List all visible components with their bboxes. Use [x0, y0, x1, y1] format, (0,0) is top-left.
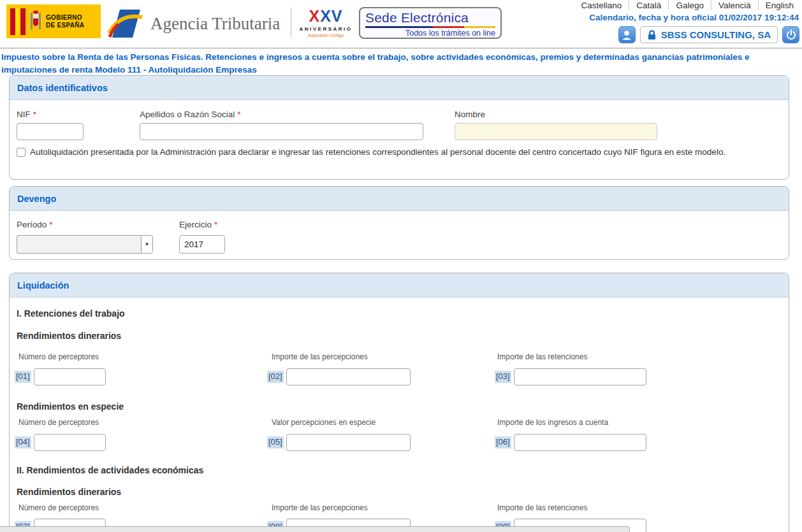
field-input-01[interactable]: [34, 368, 106, 385]
field-label-07: Número de perceptores: [18, 503, 99, 512]
chevron-down-icon[interactable]: ▼: [141, 235, 153, 254]
required-mark: *: [49, 220, 52, 229]
section-datos-identificativos: Datos identificativos NIF* Apellidos o R…: [9, 75, 789, 180]
field-input-06[interactable]: [514, 434, 646, 451]
admin-declaration-row: Autoliquidación presentada por la Admini…: [17, 146, 780, 159]
field-input-04[interactable]: [34, 434, 106, 451]
field-label-06: Importe de los ingresos a cuenta: [497, 418, 608, 427]
block2-label-row: Número de perceptores Valor percepciones…: [10, 418, 789, 428]
lang-galego[interactable]: Galego: [668, 1, 711, 10]
periodo-select[interactable]: ▼: [17, 235, 153, 254]
field-label-05: Valor percepciones en especie: [272, 418, 375, 427]
session-user-name: SBSS CONSULTING, SA: [661, 29, 771, 40]
nombre-label: Nombre: [455, 110, 485, 119]
header: GOBIERNO DE ESPAÑA Agencia Tributaria XX…: [0, 0, 802, 48]
ejercicio-input[interactable]: [179, 235, 225, 254]
agencia-tributaria-logo: Agencia Tributaria: [107, 8, 280, 40]
spain-flag-icon: [10, 8, 26, 35]
power-icon: [785, 29, 798, 41]
lang-castellano[interactable]: Castellano: [574, 1, 629, 10]
field-code-05: [05]: [267, 436, 284, 449]
field-label-08: Importe de las percepciones: [272, 503, 368, 512]
sede-electronica-badge[interactable]: Sede Electrónica Todos los trámites on l…: [359, 7, 502, 39]
periodo-select-value[interactable]: [17, 235, 141, 254]
block3-label-row: Número de perceptores Importe de las per…: [10, 503, 789, 513]
user-profile-button[interactable]: [618, 26, 636, 43]
periodo-label: Período*: [17, 220, 53, 229]
block3-subheading: Rendimientos dinerarios: [17, 487, 121, 497]
page: GOBIERNO DE ESPAÑA Agencia Tributaria XX…: [0, 0, 802, 532]
aniversario-label: ANIVERSARIO: [298, 26, 353, 32]
apellidos-input[interactable]: [140, 123, 423, 140]
field-label-04: Número de perceptores: [18, 418, 99, 427]
block1-label-row: Número de perceptores Importe de las per…: [10, 352, 789, 362]
admin-declaration-checkbox[interactable]: [17, 148, 26, 157]
logout-button[interactable]: [782, 26, 799, 43]
field-input-03[interactable]: [514, 368, 646, 385]
required-mark: *: [237, 110, 240, 119]
field-label-03: Importe de las retenciones: [497, 352, 587, 361]
nif-label: NIF*: [17, 110, 36, 119]
block2-input-row: [04] [05] [06]: [10, 434, 789, 452]
block1-input-row: [01] [02] [03]: [10, 368, 789, 386]
lang-english[interactable]: English: [758, 1, 801, 10]
field-code-03: [03]: [495, 371, 511, 383]
user-icon: [620, 28, 634, 42]
required-mark: *: [214, 220, 217, 229]
aeat-emblem-icon: [107, 8, 144, 40]
lang-catala[interactable]: Català: [629, 1, 668, 10]
field-label-09: Importe de las retenciones: [497, 503, 587, 512]
block2-subheading: Rendimientos en especie: [17, 401, 124, 412]
section-liquidacion: Liquidación I. Retenciones del trabajo R…: [9, 273, 789, 532]
bottom-toolbar-edge: [0, 526, 630, 532]
lang-valencia[interactable]: Valencià: [711, 1, 758, 10]
section-datos-header: Datos identificativos: [10, 76, 789, 100]
field-code-06: [06]: [495, 436, 511, 449]
field-label-02: Importe de las percepciones: [272, 352, 368, 361]
nombre-input: [455, 123, 657, 140]
language-bar: Castellano Català Galego Valencià Englis…: [574, 1, 801, 10]
field-code-04: [04]: [15, 436, 31, 449]
section-devengo: Devengo Período* ▼ Ejercicio*: [9, 186, 789, 260]
official-datetime-link[interactable]: Calendario, fecha y hora oficial 01/02/2…: [589, 13, 799, 22]
field-code-02: [02]: [267, 371, 284, 383]
sede-electronica-subtitle: Todos los trámites on line: [365, 29, 495, 38]
xxv-roman: XXV: [298, 8, 353, 24]
apellidos-label: Apellidos o Razón Social*: [140, 110, 241, 119]
gobierno-espana-text: GOBIERNO DE ESPAÑA: [46, 14, 84, 29]
section-devengo-header: Devengo: [10, 187, 789, 211]
aniversario-tagline: Avanzando Contigo: [298, 33, 353, 38]
block3-heading: II. Rendimientos de actividades económic…: [17, 465, 203, 475]
session-user-box: SBSS CONSULTING, SA: [640, 26, 778, 43]
lock-icon: [647, 29, 657, 41]
field-input-02[interactable]: [286, 368, 411, 385]
sede-tricolor-bar: [365, 26, 495, 28]
field-code-01: [01]: [15, 371, 31, 383]
block1-subheading: Rendimientos dinerarios: [17, 331, 121, 341]
field-label-01: Número de perceptores: [18, 352, 99, 361]
required-mark: *: [33, 110, 36, 119]
xxv-aniversario-logo: XXV ANIVERSARIO Avanzando Contigo: [298, 8, 353, 38]
page-title: Impuesto sobre la Renta de las Personas …: [1, 51, 801, 76]
coat-of-arms-icon: [30, 9, 41, 34]
gobierno-espana-logo: GOBIERNO DE ESPAÑA: [6, 4, 101, 38]
agencia-tributaria-name: Agencia Tributaria: [150, 14, 280, 34]
user-session-row: SBSS CONSULTING, SA: [618, 26, 799, 43]
header-divider: [291, 8, 291, 37]
block1-heading: I. Retenciones del trabajo: [17, 308, 125, 319]
ejercicio-label: Ejercicio*: [179, 220, 217, 229]
section-liquidacion-header: Liquidación: [10, 273, 789, 298]
field-input-05[interactable]: [286, 434, 411, 451]
nif-input[interactable]: [17, 123, 84, 140]
admin-declaration-text: Autoliquidación presentada por la Admini…: [30, 146, 725, 159]
sede-electronica-title: Sede Electrónica: [365, 10, 495, 25]
